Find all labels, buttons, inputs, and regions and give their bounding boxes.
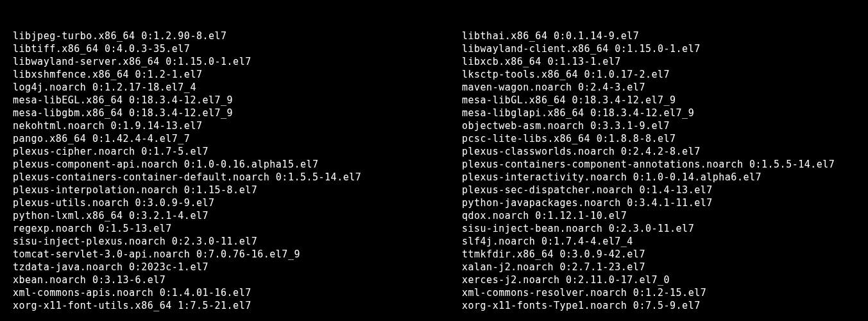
package-line: libthai.x86_64 0:0.1.14-9.el7	[462, 30, 868, 42]
package-column-left: libjpeg-turbo.x86_64 0:1.2.90-8.el7libti…	[13, 30, 462, 312]
package-column-right: libthai.x86_64 0:0.1.14-9.el7libwayland-…	[462, 30, 868, 312]
package-line: libwayland-server.x86_64 0:1.15.0-1.el7	[13, 55, 462, 68]
package-line: xalan-j2.noarch 0:2.7.1-23.el7	[462, 261, 868, 273]
package-line: xml-commons-apis.noarch 0:1.4.01-16.el7	[13, 286, 462, 299]
package-line: mesa-libGL.x86_64 0:18.3.4-12.el7_9	[462, 94, 868, 107]
package-line: sisu-inject-bean.noarch 0:2.3.0-11.el7	[462, 222, 868, 235]
package-line: plexus-cipher.noarch 0:1.7-5.el7	[13, 145, 462, 158]
package-line: tzdata-java.noarch 0:2023c-1.el7	[13, 261, 462, 273]
package-line: objectweb-asm.noarch 0:3.3.1-9.el7	[462, 119, 868, 132]
package-line: plexus-containers-component-annotations.…	[462, 158, 868, 171]
package-line: plexus-interactivity.noarch 0:1.0-0.14.a…	[462, 171, 868, 184]
package-line: slf4j.noarch 0:1.7.4-4.el7_4	[462, 235, 868, 248]
package-line: plexus-classworlds.noarch 0:2.4.2-8.el7	[462, 145, 868, 158]
package-line: mesa-libgbm.x86_64 0:18.3.4-12.el7_9	[13, 107, 462, 119]
package-line: lksctp-tools.x86_64 0:1.0.17-2.el7	[462, 68, 868, 81]
package-line: plexus-utils.noarch 0:3.0.9-9.el7	[13, 196, 462, 209]
package-line: plexus-interpolation.noarch 0:1.15-8.el7	[13, 184, 462, 196]
package-line: libxcb.x86_64 0:1.13-1.el7	[462, 55, 868, 68]
package-line: sisu-inject-plexus.noarch 0:2.3.0-11.el7	[13, 235, 462, 248]
package-line: xorg-x11-fonts-Type1.noarch 0:7.5-9.el7	[462, 299, 868, 312]
package-line: pango.x86_64 0:1.42.4-4.el7_7	[13, 132, 462, 145]
package-line: mesa-libglapi.x86_64 0:18.3.4-12.el7_9	[462, 107, 868, 119]
package-line: maven-wagon.noarch 0:2.4-3.el7	[462, 81, 868, 94]
package-line: xerces-j2.noarch 0:2.11.0-17.el7_0	[462, 273, 868, 286]
package-line: libjpeg-turbo.x86_64 0:1.2.90-8.el7	[13, 30, 462, 42]
package-line: python-javapackages.noarch 0:3.4.1-11.el…	[462, 196, 868, 209]
package-line: xbean.noarch 0:3.13-6.el7	[13, 273, 462, 286]
package-line: xml-commons-resolver.noarch 0:1.2-15.el7	[462, 286, 868, 299]
package-line: ttmkfdir.x86_64 0:3.0.9-42.el7	[462, 248, 868, 261]
package-line: plexus-sec-dispatcher.noarch 0:1.4-13.el…	[462, 184, 868, 196]
package-line: regexp.noarch 0:1.5-13.el7	[13, 222, 462, 235]
package-line: plexus-containers-container-default.noar…	[13, 171, 462, 184]
terminal-output: libjpeg-turbo.x86_64 0:1.2.90-8.el7libti…	[0, 0, 868, 321]
package-line: plexus-component-api.noarch 0:1.0-0.16.a…	[13, 158, 462, 171]
package-line: tomcat-servlet-3.0-api.noarch 0:7.0.76-1…	[13, 248, 462, 261]
package-line: nekohtml.noarch 0:1.9.14-13.el7	[13, 119, 462, 132]
package-line: libxshmfence.x86_64 0:1.2-1.el7	[13, 68, 462, 81]
package-line: mesa-libEGL.x86_64 0:18.3.4-12.el7_9	[13, 94, 462, 107]
package-line: libtiff.x86_64 0:4.0.3-35.el7	[13, 42, 462, 55]
package-line: log4j.noarch 0:1.2.17-18.el7_4	[13, 81, 462, 94]
package-line: python-lxml.x86_64 0:3.2.1-4.el7	[13, 209, 462, 222]
package-line: xorg-x11-font-utils.x86_64 1:7.5-21.el7	[13, 299, 462, 312]
package-line: pcsc-lite-libs.x86_64 0:1.8.8-8.el7	[462, 132, 868, 145]
package-line: libwayland-client.x86_64 0:1.15.0-1.el7	[462, 42, 868, 55]
package-line: qdox.noarch 0:1.12.1-10.el7	[462, 209, 868, 222]
